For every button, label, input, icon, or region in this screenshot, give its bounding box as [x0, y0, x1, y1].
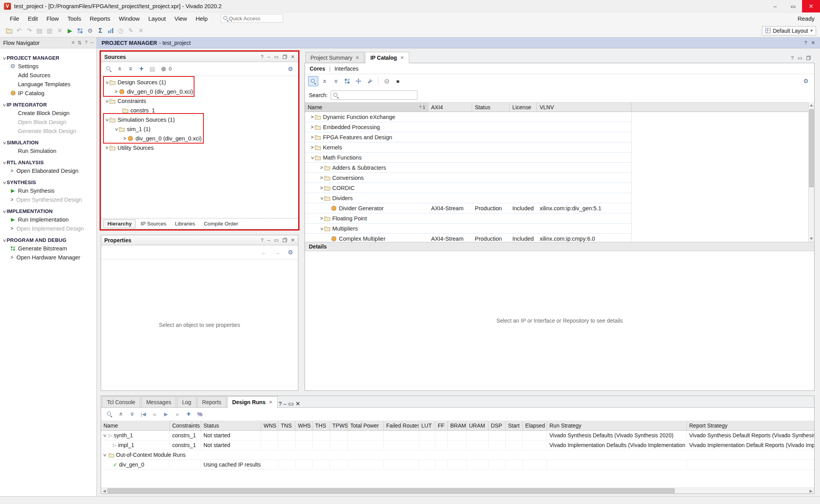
close-icon[interactable]: ✕: [400, 55, 404, 60]
sources-panel-header[interactable]: Sources ? – ▭ ✕: [101, 52, 298, 62]
help-icon[interactable]: ?: [261, 238, 264, 243]
delete-icon[interactable]: ✕: [55, 26, 65, 36]
menu-edit[interactable]: Edit: [23, 15, 42, 22]
edit-icon[interactable]: ✎: [126, 26, 136, 36]
flow-settings-icon[interactable]: ≡: [71, 40, 74, 46]
add-sources-icon[interactable]: +: [136, 64, 146, 74]
column-header-uram[interactable]: URAM: [467, 421, 488, 430]
tree-row-sim-div-gen-0[interactable]: >div_gen_0 (div_gen_0.xci): [101, 134, 298, 143]
float-icon[interactable]: [283, 55, 287, 59]
fn-section-header-rtl-analysis[interactable]: >RTL ANALYSIS: [0, 159, 96, 166]
search-icon[interactable]: [308, 76, 318, 86]
clock-icon[interactable]: ◷: [116, 26, 126, 36]
column-header-constraints[interactable]: Constraints: [170, 421, 201, 430]
undo-icon[interactable]: ↶: [14, 26, 24, 36]
tree-row-constraints[interactable]: >Constraints: [101, 96, 298, 106]
close-icon[interactable]: ✕: [296, 400, 301, 407]
minimize-icon[interactable]: –: [283, 400, 287, 407]
tab-log[interactable]: Log: [177, 396, 196, 407]
save-icon[interactable]: [4, 26, 14, 36]
tab-project-summary[interactable]: Project Summary ✕: [305, 52, 364, 63]
collapse-all-icon[interactable]: [319, 76, 330, 86]
expand-all-icon[interactable]: [127, 409, 137, 419]
maximize-icon[interactable]: ▭: [274, 54, 279, 60]
catalog-row-category[interactable]: >Dynamic Function eXchange: [305, 112, 632, 122]
menu-flow[interactable]: Flow: [42, 15, 63, 22]
scrollbar-thumb[interactable]: [107, 488, 675, 493]
quick-access-input[interactable]: [229, 16, 276, 21]
float-icon[interactable]: [283, 238, 287, 242]
column-header-elapsed[interactable]: Elapsed: [523, 421, 547, 430]
tab-compile-order[interactable]: Compile Order: [200, 220, 242, 228]
settings-gear-icon[interactable]: ⚙: [85, 26, 95, 36]
menu-help[interactable]: Help: [191, 15, 212, 22]
maximize-button[interactable]: ▭: [784, 0, 802, 12]
fn-section-header-ip-integrator[interactable]: >IP INTEGRATOR: [0, 101, 96, 108]
maximize-icon[interactable]: ▭: [288, 400, 294, 407]
scroll-right-icon[interactable]: ▶: [808, 488, 814, 493]
sidebar-item-open-block-design[interactable]: Open Block Design: [0, 117, 96, 126]
column-header-tpws[interactable]: TPWS: [330, 421, 348, 430]
minimize-button[interactable]: –: [766, 0, 784, 12]
add-run-icon[interactable]: +: [184, 409, 194, 419]
column-header-name[interactable]: Name: [101, 421, 170, 430]
tab-messages[interactable]: Messages: [141, 396, 176, 407]
column-header-wns[interactable]: WNS: [261, 421, 278, 430]
search-icon[interactable]: [103, 64, 114, 74]
menu-window[interactable]: Window: [114, 15, 144, 22]
scroll-up-icon[interactable]: [810, 104, 813, 106]
close-button[interactable]: ✕: [802, 0, 820, 12]
column-header-axi4[interactable]: AXI4: [428, 103, 472, 112]
close-icon[interactable]: ✕: [291, 237, 295, 243]
customize-wrench-icon[interactable]: [365, 76, 375, 86]
forward-icon[interactable]: →: [272, 247, 282, 257]
run-row-div-gen-0[interactable]: ✓div_gen_0 Using cached IP results: [101, 460, 814, 470]
tab-hierarchy[interactable]: Hierarchy: [103, 219, 135, 228]
search-icon[interactable]: [104, 409, 114, 419]
details-header[interactable]: Details: [305, 242, 814, 251]
tree-row-simulation-sources[interactable]: >Simulation Sources (1): [101, 115, 298, 124]
minimize-icon[interactable]: –: [267, 238, 270, 243]
close-icon[interactable]: ✕: [291, 54, 295, 60]
tree-row-sim-1[interactable]: >sim_1 (1): [101, 124, 298, 134]
float-icon[interactable]: [806, 56, 811, 60]
catalog-row-ip[interactable]: Divider Generator AXI4-StreamProductionI…: [305, 203, 632, 213]
column-header-start[interactable]: Start: [506, 421, 523, 430]
sidebar-item-run-synthesis[interactable]: ▶Run Synthesis: [0, 186, 96, 195]
run-row-ooc-module-runs[interactable]: >Out-of-Context Module Runs: [101, 450, 814, 460]
sidebar-item-open-hardware-manager[interactable]: >Open Hardware Manager: [0, 253, 96, 262]
help-icon[interactable]: ?: [278, 400, 282, 407]
settings-gear-icon[interactable]: ⚙: [285, 64, 296, 74]
properties-panel-header[interactable]: Properties ? – ▭ ✕: [101, 235, 298, 245]
menu-view[interactable]: View: [170, 15, 191, 22]
step-to-start-icon[interactable]: |◀: [138, 409, 148, 419]
layout-selector[interactable]: Default Layout ▾: [762, 26, 816, 35]
vertical-scrollbar[interactable]: [808, 102, 814, 242]
sidebar-item-open-elaborated-design[interactable]: >Open Elaborated Design: [0, 166, 96, 175]
sidebar-item-generate-bitstream[interactable]: Generate Bitstream: [0, 244, 96, 253]
subtab-cores[interactable]: Cores: [310, 66, 325, 72]
collapse-all-icon[interactable]: [114, 64, 125, 74]
report-chart-icon[interactable]: [105, 26, 116, 36]
column-header-name[interactable]: Name^ 1: [305, 103, 428, 112]
fn-section-header-project-manager[interactable]: >PROJECT MANAGER: [0, 54, 96, 62]
tab-ip-sources[interactable]: IP Sources: [137, 220, 170, 228]
scroll-left-icon[interactable]: ◀: [101, 488, 107, 493]
tree-row-utility-sources[interactable]: >Utility Sources: [101, 143, 298, 153]
flow-expand-icon[interactable]: ⇅: [78, 40, 82, 46]
collapse-all-icon[interactable]: [116, 409, 126, 419]
flow-help-icon[interactable]: ?: [85, 40, 87, 46]
stop-icon[interactable]: ■: [393, 76, 403, 86]
maximize-icon[interactable]: ▭: [798, 55, 802, 61]
close-icon[interactable]: ✕: [355, 55, 359, 60]
run-row-synth-1[interactable]: >▷synth_1 constrs_1 Not started Vivado S…: [101, 431, 814, 440]
settings-gear-icon[interactable]: ⚙: [285, 247, 296, 257]
catalog-row-category[interactable]: >Multipliers: [305, 224, 632, 234]
play-icon[interactable]: ▶: [161, 409, 171, 419]
catalog-row-category[interactable]: >Adders & Subtracters: [305, 163, 632, 173]
expand-all-icon[interactable]: [125, 64, 135, 74]
group-by-icon[interactable]: [342, 76, 352, 86]
edit-properties-icon[interactable]: ▤: [147, 64, 157, 74]
sidebar-item-open-synthesized-design[interactable]: >Open Synthesized Design: [0, 195, 96, 204]
redo-icon[interactable]: ↷: [24, 26, 34, 36]
